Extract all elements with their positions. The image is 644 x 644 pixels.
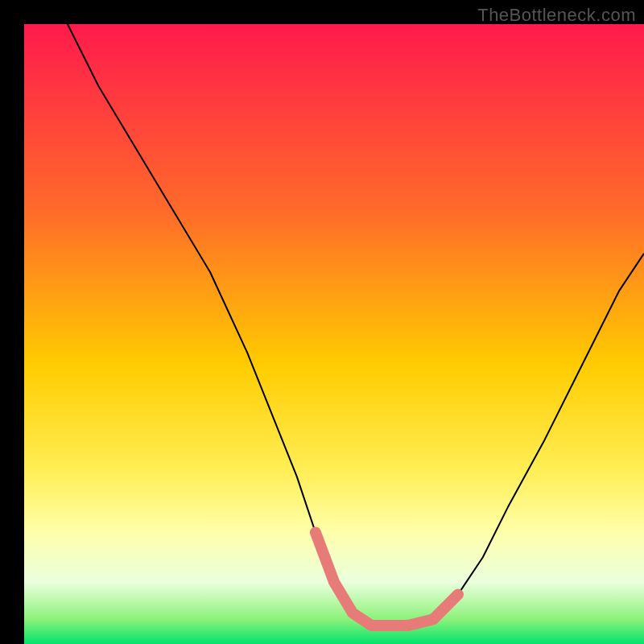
bottleneck-chart bbox=[0, 0, 644, 644]
watermark-text: TheBottleneck.com bbox=[477, 5, 636, 26]
chart-svg bbox=[0, 0, 644, 644]
